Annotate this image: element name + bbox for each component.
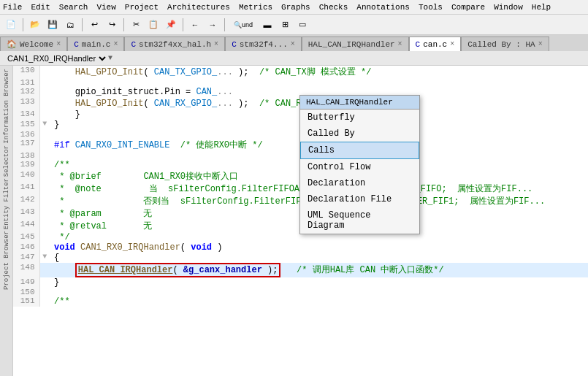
- toolbar-sep-3: [123, 18, 124, 31]
- menu-file[interactable]: File: [3, 3, 22, 12]
- line-number: 143: [13, 207, 39, 220]
- view2-button[interactable]: ⊞: [277, 17, 293, 33]
- fold-indicator: [39, 288, 50, 296]
- fold-indicator: [39, 151, 50, 160]
- back-button[interactable]: ←: [187, 17, 203, 33]
- fold-indicator[interactable]: ▼: [39, 120, 50, 130]
- menu-help[interactable]: Help: [532, 3, 551, 12]
- cm-control-flow[interactable]: Control Flow: [300, 159, 419, 175]
- cm-uml[interactable]: UML Sequence Diagram: [300, 207, 419, 234]
- tab-hal-h-label: stm32f4xx_hal.h: [139, 40, 211, 49]
- line-number: 137: [13, 139, 39, 151]
- menu-metrics[interactable]: Metrics: [239, 3, 272, 12]
- tab-hal-h[interactable]: C stm32f4xx_hal.h ×: [124, 37, 225, 51]
- table-row: 130 HAL_GPIO_Init( CAN_TX_GPIO_... ); /*…: [13, 66, 588, 78]
- tab-stm32f4-close[interactable]: ×: [291, 40, 295, 48]
- tab-called-by[interactable]: Called By : HA ×: [461, 37, 549, 51]
- save-button[interactable]: 💾: [45, 17, 61, 33]
- view1-button[interactable]: ▬: [259, 17, 275, 33]
- toolbar: 📄 📂 💾 🗂 ↩ ↪ ✂ 📋 📌 ← → 🔍und ▬ ⊞ ▭: [0, 15, 588, 35]
- menu-architectures[interactable]: Architectures: [167, 3, 230, 12]
- menu-graphs[interactable]: Graphs: [281, 3, 310, 12]
- toolbar-sep-5: [224, 18, 225, 31]
- sidebar-project-browser[interactable]: Project Browser: [3, 231, 10, 290]
- tab-hal-irq-close[interactable]: ×: [398, 40, 402, 48]
- fold-indicator: [39, 139, 50, 151]
- menu-view[interactable]: View: [96, 3, 115, 12]
- line-number: 131: [13, 78, 39, 87]
- toolbar-sep-4: [183, 18, 183, 31]
- sidebar-information-browser[interactable]: Information Browser: [3, 69, 10, 144]
- line-number: 147: [13, 253, 39, 263]
- menu-bar: File Edit Search View Project Architectu…: [0, 0, 588, 15]
- line-number: 132: [13, 87, 39, 97]
- fold-indicator: [39, 183, 50, 195]
- left-sidebar: Information Browser Selector Entity Filt…: [0, 66, 13, 376]
- undo-button[interactable]: ↩: [86, 17, 102, 33]
- line-number: 133: [13, 97, 39, 110]
- cut-button[interactable]: ✂: [128, 17, 144, 33]
- tab-main-icon: C: [74, 40, 79, 49]
- tab-welcome-close[interactable]: ×: [56, 40, 61, 48]
- line-number: 150: [13, 288, 39, 296]
- tab-hal-h-icon: C: [131, 40, 136, 49]
- tab-welcome-icon: 🏠: [7, 39, 17, 49]
- menu-compare[interactable]: Compare: [451, 3, 485, 12]
- sidebar-entity-filter[interactable]: Entity Filter: [3, 178, 10, 229]
- tab-can-c-label: can.c: [423, 40, 447, 49]
- tab-welcome[interactable]: 🏠 Welcome ×: [0, 37, 67, 51]
- tab-called-by-close[interactable]: ×: [538, 40, 543, 48]
- cm-calls[interactable]: Calls: [300, 142, 419, 159]
- understand-button[interactable]: 🔍und: [229, 17, 258, 33]
- line-number: 135: [13, 120, 39, 130]
- forward-button[interactable]: →: [205, 17, 221, 33]
- menu-edit[interactable]: Edit: [31, 3, 50, 12]
- tab-stm32f4-label: stm32f4...: [240, 40, 288, 49]
- cm-declaration[interactable]: Declaration: [300, 175, 419, 191]
- fold-indicator: [39, 220, 50, 232]
- table-row: 149}: [13, 277, 588, 288]
- line-number: 141: [13, 183, 39, 195]
- sidebar-selector[interactable]: Selector: [3, 145, 10, 177]
- menu-tools[interactable]: Tools: [419, 3, 443, 12]
- tab-welcome-label: Welcome: [20, 40, 53, 49]
- menu-project[interactable]: Project: [125, 3, 159, 12]
- tab-hal-irq-label: HAL_CAN_IRQHandler: [308, 40, 395, 49]
- view3-button[interactable]: ▭: [294, 17, 310, 33]
- toolbar-sep-1: [23, 18, 23, 31]
- cm-called-by[interactable]: Called By: [300, 126, 419, 142]
- menu-window[interactable]: Window: [494, 3, 523, 12]
- breadcrumb-select[interactable]: CAN1_RX0_IRQHandler: [4, 53, 108, 64]
- fold-indicator[interactable]: ▼: [39, 253, 50, 263]
- cm-butterfly[interactable]: Butterfly: [300, 110, 419, 126]
- fold-indicator: [39, 110, 50, 120]
- cm-declaration-file[interactable]: Declaration File: [300, 191, 419, 207]
- tabs-row: 🏠 Welcome × C main.c × C stm32f4xx_hal.h…: [0, 35, 588, 51]
- tab-can-c-close[interactable]: ×: [450, 40, 454, 48]
- fold-indicator: [39, 170, 50, 183]
- tab-main-label: main.c: [82, 40, 111, 49]
- copy-button[interactable]: 📋: [145, 17, 161, 33]
- tab-main-close[interactable]: ×: [113, 40, 118, 48]
- tab-can-c-icon: C: [416, 40, 421, 49]
- tab-stm32f4[interactable]: C stm32f4... ×: [225, 37, 302, 51]
- redo-button[interactable]: ↪: [104, 17, 120, 33]
- save-all-button[interactable]: 🗂: [62, 17, 78, 33]
- tab-main[interactable]: C main.c ×: [67, 37, 124, 51]
- new-button[interactable]: 📄: [3, 17, 19, 33]
- tab-hal-h-close[interactable]: ×: [214, 40, 218, 48]
- menu-checks[interactable]: Checks: [319, 3, 348, 12]
- fold-indicator: [39, 263, 50, 277]
- code-line: [50, 288, 588, 296]
- fold-indicator: [39, 195, 50, 207]
- tab-can-c[interactable]: C can.c ×: [409, 37, 462, 51]
- fold-indicator: [39, 296, 50, 307]
- fold-indicator: [39, 242, 50, 253]
- paste-button[interactable]: 📌: [163, 17, 179, 33]
- menu-annotations[interactable]: Annotations: [356, 3, 410, 12]
- menu-search[interactable]: Search: [59, 3, 88, 12]
- tab-hal-irq[interactable]: HAL_CAN_IRQHandler ×: [302, 37, 409, 51]
- line-number: 149: [13, 277, 39, 288]
- table-row: 148 HAL_CAN_IRQHandler( &g_canx_handler …: [13, 263, 588, 277]
- open-button[interactable]: 📂: [27, 17, 43, 33]
